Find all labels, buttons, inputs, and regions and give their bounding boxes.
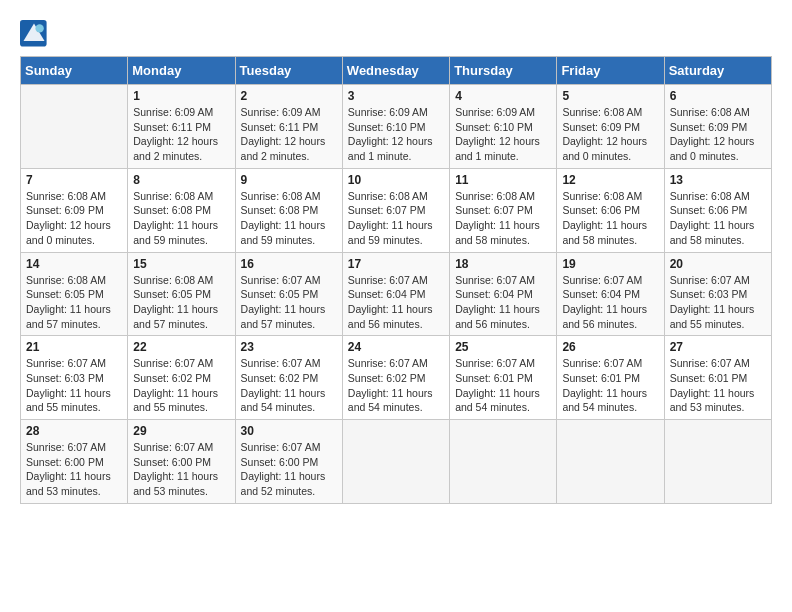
day-number: 26 xyxy=(562,340,658,354)
day-number: 11 xyxy=(455,173,551,187)
calendar-cell: 5Sunrise: 6:08 AMSunset: 6:09 PMDaylight… xyxy=(557,85,664,169)
day-info: Sunrise: 6:07 AMSunset: 6:02 PMDaylight:… xyxy=(348,356,444,415)
logo xyxy=(20,20,52,48)
day-number: 30 xyxy=(241,424,337,438)
calendar-cell: 27Sunrise: 6:07 AMSunset: 6:01 PMDayligh… xyxy=(664,336,771,420)
weekday-header-tuesday: Tuesday xyxy=(235,57,342,85)
day-number: 20 xyxy=(670,257,766,271)
weekday-header-sunday: Sunday xyxy=(21,57,128,85)
day-number: 17 xyxy=(348,257,444,271)
calendar-cell: 22Sunrise: 6:07 AMSunset: 6:02 PMDayligh… xyxy=(128,336,235,420)
calendar-cell: 9Sunrise: 6:08 AMSunset: 6:08 PMDaylight… xyxy=(235,168,342,252)
calendar-cell: 4Sunrise: 6:09 AMSunset: 6:10 PMDaylight… xyxy=(450,85,557,169)
day-info: Sunrise: 6:08 AMSunset: 6:06 PMDaylight:… xyxy=(670,189,766,248)
week-row-4: 21Sunrise: 6:07 AMSunset: 6:03 PMDayligh… xyxy=(21,336,772,420)
day-number: 29 xyxy=(133,424,229,438)
day-number: 23 xyxy=(241,340,337,354)
day-info: Sunrise: 6:09 AMSunset: 6:10 PMDaylight:… xyxy=(348,105,444,164)
week-row-5: 28Sunrise: 6:07 AMSunset: 6:00 PMDayligh… xyxy=(21,420,772,504)
day-number: 21 xyxy=(26,340,122,354)
day-number: 16 xyxy=(241,257,337,271)
day-info: Sunrise: 6:07 AMSunset: 6:01 PMDaylight:… xyxy=(670,356,766,415)
day-number: 6 xyxy=(670,89,766,103)
calendar-cell: 8Sunrise: 6:08 AMSunset: 6:08 PMDaylight… xyxy=(128,168,235,252)
day-number: 22 xyxy=(133,340,229,354)
weekday-header-friday: Friday xyxy=(557,57,664,85)
day-number: 3 xyxy=(348,89,444,103)
calendar-cell: 28Sunrise: 6:07 AMSunset: 6:00 PMDayligh… xyxy=(21,420,128,504)
calendar-cell: 13Sunrise: 6:08 AMSunset: 6:06 PMDayligh… xyxy=(664,168,771,252)
day-info: Sunrise: 6:08 AMSunset: 6:09 PMDaylight:… xyxy=(670,105,766,164)
calendar-cell: 24Sunrise: 6:07 AMSunset: 6:02 PMDayligh… xyxy=(342,336,449,420)
calendar-cell xyxy=(450,420,557,504)
day-number: 2 xyxy=(241,89,337,103)
day-number: 7 xyxy=(26,173,122,187)
day-number: 27 xyxy=(670,340,766,354)
day-info: Sunrise: 6:07 AMSunset: 6:04 PMDaylight:… xyxy=(455,273,551,332)
weekday-header-monday: Monday xyxy=(128,57,235,85)
day-number: 25 xyxy=(455,340,551,354)
calendar-cell: 12Sunrise: 6:08 AMSunset: 6:06 PMDayligh… xyxy=(557,168,664,252)
day-info: Sunrise: 6:09 AMSunset: 6:10 PMDaylight:… xyxy=(455,105,551,164)
calendar-cell: 6Sunrise: 6:08 AMSunset: 6:09 PMDaylight… xyxy=(664,85,771,169)
day-info: Sunrise: 6:08 AMSunset: 6:05 PMDaylight:… xyxy=(133,273,229,332)
weekday-header-thursday: Thursday xyxy=(450,57,557,85)
day-number: 12 xyxy=(562,173,658,187)
calendar-cell: 7Sunrise: 6:08 AMSunset: 6:09 PMDaylight… xyxy=(21,168,128,252)
calendar-cell: 3Sunrise: 6:09 AMSunset: 6:10 PMDaylight… xyxy=(342,85,449,169)
day-number: 15 xyxy=(133,257,229,271)
calendar-cell: 23Sunrise: 6:07 AMSunset: 6:02 PMDayligh… xyxy=(235,336,342,420)
day-info: Sunrise: 6:07 AMSunset: 6:05 PMDaylight:… xyxy=(241,273,337,332)
day-number: 14 xyxy=(26,257,122,271)
day-number: 13 xyxy=(670,173,766,187)
day-info: Sunrise: 6:07 AMSunset: 6:03 PMDaylight:… xyxy=(670,273,766,332)
week-row-2: 7Sunrise: 6:08 AMSunset: 6:09 PMDaylight… xyxy=(21,168,772,252)
calendar-cell: 30Sunrise: 6:07 AMSunset: 6:00 PMDayligh… xyxy=(235,420,342,504)
svg-point-2 xyxy=(35,24,43,32)
week-row-3: 14Sunrise: 6:08 AMSunset: 6:05 PMDayligh… xyxy=(21,252,772,336)
day-info: Sunrise: 6:08 AMSunset: 6:07 PMDaylight:… xyxy=(348,189,444,248)
logo-icon xyxy=(20,20,48,48)
day-number: 9 xyxy=(241,173,337,187)
day-info: Sunrise: 6:08 AMSunset: 6:07 PMDaylight:… xyxy=(455,189,551,248)
day-info: Sunrise: 6:07 AMSunset: 6:01 PMDaylight:… xyxy=(455,356,551,415)
day-number: 18 xyxy=(455,257,551,271)
day-number: 1 xyxy=(133,89,229,103)
day-info: Sunrise: 6:07 AMSunset: 6:04 PMDaylight:… xyxy=(562,273,658,332)
calendar-cell: 17Sunrise: 6:07 AMSunset: 6:04 PMDayligh… xyxy=(342,252,449,336)
day-info: Sunrise: 6:08 AMSunset: 6:09 PMDaylight:… xyxy=(562,105,658,164)
calendar-cell: 15Sunrise: 6:08 AMSunset: 6:05 PMDayligh… xyxy=(128,252,235,336)
calendar-cell: 29Sunrise: 6:07 AMSunset: 6:00 PMDayligh… xyxy=(128,420,235,504)
day-info: Sunrise: 6:08 AMSunset: 6:09 PMDaylight:… xyxy=(26,189,122,248)
calendar-cell: 21Sunrise: 6:07 AMSunset: 6:03 PMDayligh… xyxy=(21,336,128,420)
day-info: Sunrise: 6:08 AMSunset: 6:08 PMDaylight:… xyxy=(241,189,337,248)
calendar-cell xyxy=(557,420,664,504)
day-info: Sunrise: 6:07 AMSunset: 6:00 PMDaylight:… xyxy=(241,440,337,499)
day-info: Sunrise: 6:07 AMSunset: 6:00 PMDaylight:… xyxy=(133,440,229,499)
day-number: 28 xyxy=(26,424,122,438)
day-number: 4 xyxy=(455,89,551,103)
calendar-cell: 25Sunrise: 6:07 AMSunset: 6:01 PMDayligh… xyxy=(450,336,557,420)
calendar-cell: 20Sunrise: 6:07 AMSunset: 6:03 PMDayligh… xyxy=(664,252,771,336)
day-info: Sunrise: 6:08 AMSunset: 6:08 PMDaylight:… xyxy=(133,189,229,248)
weekday-header-row: SundayMondayTuesdayWednesdayThursdayFrid… xyxy=(21,57,772,85)
day-info: Sunrise: 6:09 AMSunset: 6:11 PMDaylight:… xyxy=(241,105,337,164)
day-number: 19 xyxy=(562,257,658,271)
day-info: Sunrise: 6:08 AMSunset: 6:06 PMDaylight:… xyxy=(562,189,658,248)
day-number: 8 xyxy=(133,173,229,187)
calendar-cell: 10Sunrise: 6:08 AMSunset: 6:07 PMDayligh… xyxy=(342,168,449,252)
day-info: Sunrise: 6:07 AMSunset: 6:02 PMDaylight:… xyxy=(133,356,229,415)
day-info: Sunrise: 6:07 AMSunset: 6:00 PMDaylight:… xyxy=(26,440,122,499)
day-number: 5 xyxy=(562,89,658,103)
calendar-cell: 19Sunrise: 6:07 AMSunset: 6:04 PMDayligh… xyxy=(557,252,664,336)
calendar-cell xyxy=(21,85,128,169)
calendar-cell: 18Sunrise: 6:07 AMSunset: 6:04 PMDayligh… xyxy=(450,252,557,336)
day-info: Sunrise: 6:07 AMSunset: 6:04 PMDaylight:… xyxy=(348,273,444,332)
calendar-table: SundayMondayTuesdayWednesdayThursdayFrid… xyxy=(20,56,772,504)
weekday-header-saturday: Saturday xyxy=(664,57,771,85)
day-info: Sunrise: 6:07 AMSunset: 6:03 PMDaylight:… xyxy=(26,356,122,415)
calendar-cell: 1Sunrise: 6:09 AMSunset: 6:11 PMDaylight… xyxy=(128,85,235,169)
calendar-cell: 26Sunrise: 6:07 AMSunset: 6:01 PMDayligh… xyxy=(557,336,664,420)
calendar-cell xyxy=(342,420,449,504)
week-row-1: 1Sunrise: 6:09 AMSunset: 6:11 PMDaylight… xyxy=(21,85,772,169)
